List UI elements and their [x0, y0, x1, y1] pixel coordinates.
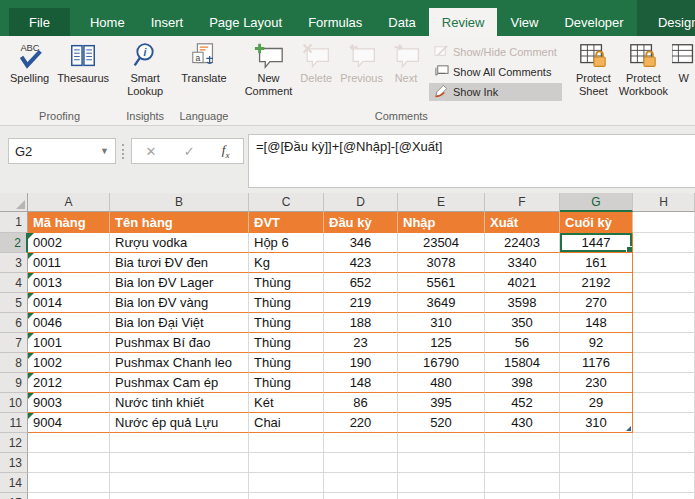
row-header-10[interactable]: 10 — [0, 393, 28, 413]
cell-C10[interactable]: Két — [249, 393, 324, 413]
cell-E5[interactable]: 3649 — [398, 293, 485, 313]
cell-H12[interactable] — [633, 433, 695, 453]
cell-H10[interactable] — [633, 393, 695, 413]
tab-design[interactable]: Design — [645, 8, 695, 36]
cell-H11[interactable] — [633, 413, 695, 433]
row-header-4[interactable]: 4 — [0, 273, 28, 293]
protect-workbook-button[interactable]: Protect Workbook — [615, 39, 672, 98]
cell-G14[interactable] — [560, 473, 633, 493]
cell-C2[interactable]: Hộp 6 — [249, 233, 324, 253]
cell-A8[interactable]: 1002 — [28, 353, 110, 373]
cell-H7[interactable] — [633, 333, 695, 353]
cell-H14[interactable] — [633, 473, 695, 493]
column-header-D[interactable]: D — [324, 193, 398, 212]
cell-C12[interactable] — [249, 433, 324, 453]
cell-B6[interactable]: Bia lon Đại Việt — [110, 313, 249, 333]
cell-F14[interactable] — [485, 473, 560, 493]
cell-A3[interactable]: 0011 — [28, 253, 110, 273]
cell-H1[interactable] — [633, 212, 695, 233]
cell-D7[interactable]: 23 — [324, 333, 398, 353]
cell-D1[interactable]: Đầu kỳ — [324, 212, 398, 233]
cell-E10[interactable]: 395 — [398, 393, 485, 413]
cell-D10[interactable]: 86 — [324, 393, 398, 413]
row-header-11[interactable]: 11 — [0, 413, 28, 433]
previous-comment-button[interactable]: Previous — [336, 39, 387, 85]
cell-G15[interactable] — [560, 493, 633, 499]
cell-C11[interactable]: Chai — [249, 413, 324, 433]
cell-A5[interactable]: 0014 — [28, 293, 110, 313]
cell-B14[interactable] — [110, 473, 249, 493]
protect-sheet-button[interactable]: Protect Sheet — [572, 39, 615, 98]
cell-B11[interactable]: Nước ép quả Lựu — [110, 413, 249, 433]
show-ink-button[interactable]: Show Ink — [429, 83, 562, 101]
cell-C7[interactable]: Thùng — [249, 333, 324, 353]
cell-A12[interactable] — [28, 433, 110, 453]
cell-F2[interactable]: 22403 — [485, 233, 560, 253]
cell-E15[interactable] — [398, 493, 485, 499]
cell-E4[interactable]: 5561 — [398, 273, 485, 293]
tab-view[interactable]: View — [497, 8, 551, 36]
cell-D11[interactable]: 220 — [324, 413, 398, 433]
cell-G4[interactable]: 2192 — [560, 273, 633, 293]
cell-F8[interactable]: 15804 — [485, 353, 560, 373]
cell-G3[interactable]: 161 — [560, 253, 633, 273]
cell-F9[interactable]: 398 — [485, 373, 560, 393]
cell-E14[interactable] — [398, 473, 485, 493]
column-header-C[interactable]: C — [249, 193, 324, 212]
cell-D5[interactable]: 219 — [324, 293, 398, 313]
cell-A7[interactable]: 1001 — [28, 333, 110, 353]
column-header-H[interactable]: H — [633, 193, 695, 212]
row-header-5[interactable]: 5 — [0, 293, 28, 313]
cell-C3[interactable]: Kg — [249, 253, 324, 273]
cell-C9[interactable]: Thùng — [249, 373, 324, 393]
column-header-F[interactable]: F — [485, 193, 560, 212]
row-header-6[interactable]: 6 — [0, 313, 28, 333]
cell-F4[interactable]: 4021 — [485, 273, 560, 293]
cell-D2[interactable]: 346 — [324, 233, 398, 253]
cell-A13[interactable] — [28, 453, 110, 473]
cell-B13[interactable] — [110, 453, 249, 473]
cell-C8[interactable]: Thùng — [249, 353, 324, 373]
cell-B2[interactable]: Rượu vodka — [110, 233, 249, 253]
cell-G1[interactable]: Cuối kỳ — [560, 212, 633, 233]
row-header-1[interactable]: 1 — [0, 212, 28, 233]
cell-A10[interactable]: 9003 — [28, 393, 110, 413]
delete-comment-button[interactable]: Delete — [296, 39, 336, 85]
cell-F15[interactable] — [485, 493, 560, 499]
cell-H13[interactable] — [633, 453, 695, 473]
cell-D14[interactable] — [324, 473, 398, 493]
cell-D4[interactable]: 652 — [324, 273, 398, 293]
column-header-B[interactable]: B — [110, 193, 249, 212]
row-header-8[interactable]: 8 — [0, 353, 28, 373]
cell-F1[interactable]: Xuất — [485, 212, 560, 233]
cell-E12[interactable] — [398, 433, 485, 453]
column-header-E[interactable]: E — [398, 193, 485, 212]
cell-G6[interactable]: 148 — [560, 313, 633, 333]
cell-F3[interactable]: 3340 — [485, 253, 560, 273]
name-box[interactable]: G2 ▼ — [8, 138, 116, 164]
tab-home[interactable]: Home — [77, 8, 138, 36]
translate-button[interactable]: a Translate — [177, 39, 230, 85]
cell-G13[interactable] — [560, 453, 633, 473]
column-header-G[interactable]: G — [560, 193, 633, 212]
tab-developer[interactable]: Developer — [551, 8, 636, 36]
tab-formulas[interactable]: Formulas — [295, 8, 375, 36]
cell-B3[interactable]: Bia tươi ĐV đen — [110, 253, 249, 273]
cell-H6[interactable] — [633, 313, 695, 333]
show-hide-comment-button[interactable]: Show/Hide Comment — [429, 43, 562, 61]
cell-F7[interactable]: 56 — [485, 333, 560, 353]
smart-lookup-button[interactable]: i Smart Lookup — [123, 39, 167, 98]
cell-D8[interactable]: 190 — [324, 353, 398, 373]
cell-C5[interactable]: Thùng — [249, 293, 324, 313]
column-header-A[interactable]: A — [28, 193, 110, 212]
cell-E6[interactable]: 310 — [398, 313, 485, 333]
cell-B1[interactable]: Tên hàng — [110, 212, 249, 233]
thesaurus-button[interactable]: Thesaurus — [53, 39, 113, 85]
row-header-13[interactable]: 13 — [0, 453, 28, 473]
cell-E13[interactable] — [398, 453, 485, 473]
row-header-15[interactable]: 15 — [0, 493, 28, 499]
cell-F11[interactable]: 430 — [485, 413, 560, 433]
cell-C1[interactable]: ĐVT — [249, 212, 324, 233]
cell-A4[interactable]: 0013 — [28, 273, 110, 293]
cell-A15[interactable] — [28, 493, 110, 499]
